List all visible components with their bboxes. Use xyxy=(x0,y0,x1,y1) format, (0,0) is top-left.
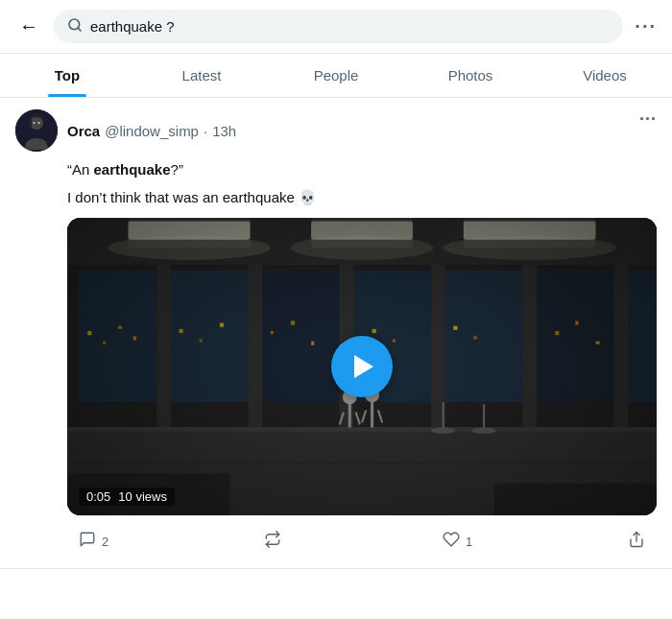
tab-videos[interactable]: Videos xyxy=(538,54,672,97)
video-overlay-info: 0:05 10 views xyxy=(79,488,175,506)
display-name[interactable]: Orca xyxy=(67,123,100,139)
tweet-text-line1: “An earthquake?” xyxy=(67,159,657,181)
avatar[interactable] xyxy=(15,109,58,152)
tweet-user-info: Orca @lindow_simp · 13h xyxy=(15,109,236,152)
search-tabs: Top Latest People Photos Videos xyxy=(0,54,672,98)
header: ← earthquake ? ··· xyxy=(0,0,672,54)
like-button[interactable]: 1 xyxy=(435,527,480,557)
text-pre2: I don’t think that was an xyxy=(67,189,223,205)
separator: · xyxy=(204,123,207,139)
svg-point-8 xyxy=(38,123,39,124)
tweet-text-line2: I don’t think that was an earthquake 💀 xyxy=(67,187,657,209)
play-icon xyxy=(354,355,373,378)
search-icon xyxy=(67,17,83,36)
video-views: 10 views xyxy=(118,489,167,504)
text-pre1: “An xyxy=(67,161,94,178)
text-bold1: earthquake xyxy=(94,161,171,178)
search-bar[interactable]: earthquake ? xyxy=(54,10,623,43)
user-details: Orca @lindow_simp · 13h xyxy=(67,123,236,139)
tab-latest[interactable]: Latest xyxy=(134,54,269,97)
share-icon xyxy=(628,531,645,553)
tweet-item: Orca @lindow_simp · 13h ··· “An earthqua… xyxy=(0,98,672,569)
video-thumbnail[interactable]: 0:05 10 views xyxy=(67,218,657,515)
tab-photos[interactable]: Photos xyxy=(403,54,538,97)
text-post1: ?” xyxy=(171,161,183,178)
svg-line-1 xyxy=(78,28,81,31)
username: @lindow_simp xyxy=(105,123,199,139)
tweet-actions: 2 xyxy=(67,527,657,557)
retweet-button[interactable] xyxy=(256,527,295,557)
more-options-button[interactable]: ··· xyxy=(635,15,657,37)
text-bold2: earthquake xyxy=(223,189,295,205)
reply-icon xyxy=(79,531,96,553)
search-query: earthquake ? xyxy=(90,18,610,35)
reply-button[interactable]: 2 xyxy=(71,527,116,557)
tab-people[interactable]: People xyxy=(269,54,403,97)
tweet-time: 13h xyxy=(212,123,236,139)
tab-top[interactable]: Top xyxy=(0,54,134,97)
reply-count: 2 xyxy=(102,535,108,549)
like-icon xyxy=(443,531,460,553)
video-time: 0:05 xyxy=(86,489,110,504)
tweet-header: Orca @lindow_simp · 13h ··· xyxy=(15,109,657,152)
share-button[interactable] xyxy=(620,527,653,557)
tweet-more-button[interactable]: ··· xyxy=(639,109,657,130)
svg-point-7 xyxy=(34,123,35,124)
tweet-body: “An earthquake?” I don’t think that was … xyxy=(67,159,657,557)
svg-rect-4 xyxy=(29,119,32,127)
back-button[interactable]: ← xyxy=(15,12,42,41)
retweet-icon xyxy=(264,531,281,553)
user-name-row: Orca @lindow_simp · 13h xyxy=(67,123,236,139)
like-count: 1 xyxy=(466,535,472,549)
play-button[interactable] xyxy=(331,336,393,397)
text-emoji2: 💀 xyxy=(295,189,317,205)
